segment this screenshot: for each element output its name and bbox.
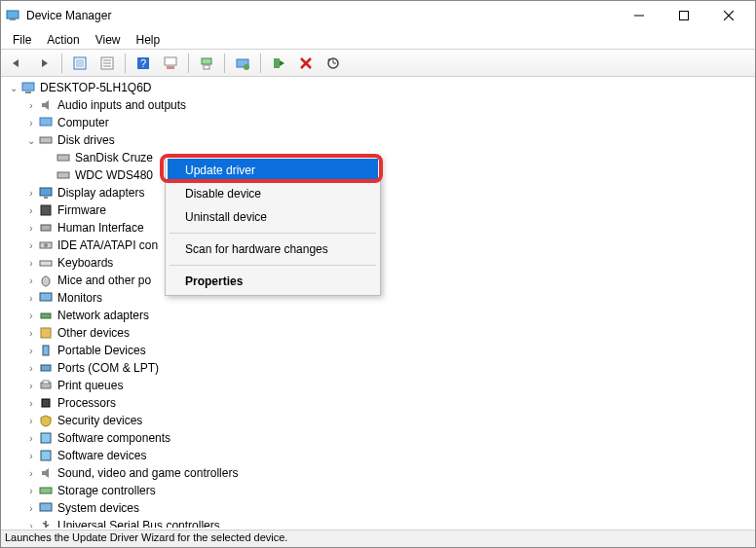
- maximize-button[interactable]: [662, 1, 706, 30]
- tree-node-firmware[interactable]: › Firmware: [7, 201, 755, 219]
- menu-action[interactable]: Action: [39, 31, 87, 49]
- expander-icon[interactable]: ›: [24, 328, 38, 339]
- tree-node-other[interactable]: › Other devices: [7, 324, 755, 342]
- svg-rect-49: [40, 503, 52, 511]
- software-icon: [38, 448, 54, 463]
- expander-icon[interactable]: ›: [24, 381, 38, 391]
- tree-root[interactable]: ⌄ DESKTOP-5LH1Q6D: [7, 79, 755, 96]
- expander-icon[interactable]: ›: [24, 451, 38, 461]
- close-button[interactable]: [706, 1, 751, 30]
- node-label: Human Interface: [57, 221, 144, 235]
- tree-node-hid[interactable]: › Human Interface: [7, 219, 755, 237]
- expander-icon[interactable]: ⌄: [7, 83, 20, 93]
- device-tree[interactable]: ⌄ DESKTOP-5LH1Q6D › Audio inputs and out…: [1, 79, 755, 528]
- node-label: Processors: [57, 396, 116, 410]
- expander-icon[interactable]: ›: [24, 205, 38, 216]
- tree-node-audio[interactable]: › Audio inputs and outputs: [7, 96, 755, 114]
- status-text: Launches the Update Driver Wizard for th…: [5, 531, 287, 543]
- tree-node-computer[interactable]: › Computer: [7, 114, 755, 131]
- properties-button[interactable]: [95, 52, 119, 75]
- tree-node-portable[interactable]: › Portable Devices: [7, 342, 755, 359]
- node-label: Print queues: [57, 379, 123, 392]
- tree-node-system[interactable]: › System devices: [7, 499, 755, 517]
- tree-node-sw-components[interactable]: › Software components: [7, 429, 755, 447]
- show-hidden-button[interactable]: [68, 52, 92, 75]
- svg-rect-47: [41, 451, 51, 460]
- tree-node-mice[interactable]: › Mice and other po: [7, 272, 755, 289]
- tree-node-security[interactable]: › Security devices: [7, 412, 755, 429]
- expander-icon[interactable]: ⌄: [24, 135, 38, 146]
- expander-icon[interactable]: ›: [24, 188, 38, 199]
- node-label: Software devices: [57, 449, 146, 462]
- expander-icon[interactable]: ›: [24, 223, 38, 234]
- tree-node-ports[interactable]: › Ports (COM & LPT): [7, 359, 755, 377]
- forward-button[interactable]: [32, 52, 56, 75]
- tree-node-sandisk[interactable]: SanDisk Cruze: [7, 149, 755, 166]
- print-button[interactable]: [195, 52, 218, 75]
- context-menu: Update driver Disable device Uninstall d…: [165, 156, 381, 296]
- tree-node-usb[interactable]: › Universal Serial Bus controllers: [7, 517, 755, 528]
- disk-icon: [56, 150, 71, 165]
- help-button[interactable]: ?: [132, 52, 155, 75]
- printer-icon: [38, 378, 54, 393]
- svg-rect-31: [44, 197, 48, 199]
- svg-rect-36: [40, 261, 52, 266]
- tree-node-monitors[interactable]: › Monitors: [7, 289, 755, 307]
- ctx-properties[interactable]: Properties: [168, 270, 378, 293]
- tree-node-storage[interactable]: › Storage controllers: [7, 482, 755, 499]
- expander-icon[interactable]: ›: [24, 118, 38, 128]
- svg-text:?: ?: [140, 57, 146, 69]
- ports-icon: [38, 360, 54, 376]
- tree-node-disk-drives[interactable]: ⌄ Disk drives: [7, 131, 755, 149]
- expander-icon[interactable]: ›: [24, 346, 38, 356]
- expander-icon[interactable]: ›: [24, 100, 38, 111]
- expander-icon[interactable]: ›: [24, 275, 38, 286]
- expander-icon[interactable]: ›: [24, 416, 38, 426]
- expander-icon[interactable]: ›: [24, 311, 38, 321]
- display-icon: [38, 185, 54, 201]
- node-label: Software components: [57, 431, 170, 445]
- tree-node-network[interactable]: › Network adapters: [7, 307, 755, 324]
- tree-node-display[interactable]: › Display adapters: [7, 184, 755, 201]
- expander-icon[interactable]: ›: [24, 503, 38, 514]
- menu-view[interactable]: View: [88, 31, 129, 49]
- tree-node-processors[interactable]: › Processors: [7, 394, 755, 412]
- svg-point-37: [42, 276, 50, 286]
- cpu-icon: [38, 395, 54, 411]
- expander-icon[interactable]: ›: [24, 293, 38, 304]
- uninstall-device-button[interactable]: [294, 52, 318, 75]
- titlebar: Device Manager: [1, 1, 755, 30]
- enable-device-button[interactable]: [267, 52, 290, 75]
- software-icon: [38, 430, 54, 446]
- expander-icon[interactable]: ›: [24, 240, 38, 251]
- expander-icon[interactable]: ›: [24, 433, 38, 444]
- tree-node-print[interactable]: › Print queues: [7, 377, 755, 394]
- expander-icon[interactable]: ›: [24, 521, 38, 529]
- menu-file[interactable]: File: [5, 31, 39, 49]
- tree-node-keyboards[interactable]: › Keyboards: [7, 254, 755, 272]
- tree-node-wdc[interactable]: WDC WDS480: [7, 166, 755, 184]
- action-center-button[interactable]: [159, 52, 182, 75]
- firmware-icon: [38, 202, 54, 218]
- scan-hardware-button[interactable]: [321, 52, 345, 75]
- node-label: SanDisk Cruze: [75, 151, 153, 164]
- app-icon: [5, 8, 20, 23]
- tree-node-sw-devices[interactable]: › Software devices: [7, 447, 755, 464]
- update-driver-button[interactable]: [231, 52, 254, 75]
- expander-icon[interactable]: ›: [24, 398, 38, 409]
- expander-icon[interactable]: ›: [24, 468, 38, 479]
- keyboard-icon: [38, 255, 54, 271]
- ctx-scan-hardware[interactable]: Scan for hardware changes: [168, 237, 378, 261]
- tree-node-ide[interactable]: › IDE ATA/ATAPI con: [7, 237, 755, 254]
- expander-icon[interactable]: ›: [24, 258, 38, 269]
- back-button[interactable]: [5, 52, 28, 75]
- ctx-disable-device[interactable]: Disable device: [168, 182, 378, 205]
- menu-help[interactable]: Help: [129, 31, 169, 49]
- ctx-update-driver[interactable]: Update driver: [168, 159, 378, 182]
- ctx-uninstall-device[interactable]: Uninstall device: [168, 205, 378, 229]
- tree-node-sound[interactable]: › Sound, video and game controllers: [7, 464, 755, 482]
- node-label: Monitors: [57, 291, 102, 305]
- expander-icon[interactable]: ›: [24, 486, 38, 496]
- minimize-button[interactable]: [617, 1, 662, 30]
- expander-icon[interactable]: ›: [24, 363, 38, 374]
